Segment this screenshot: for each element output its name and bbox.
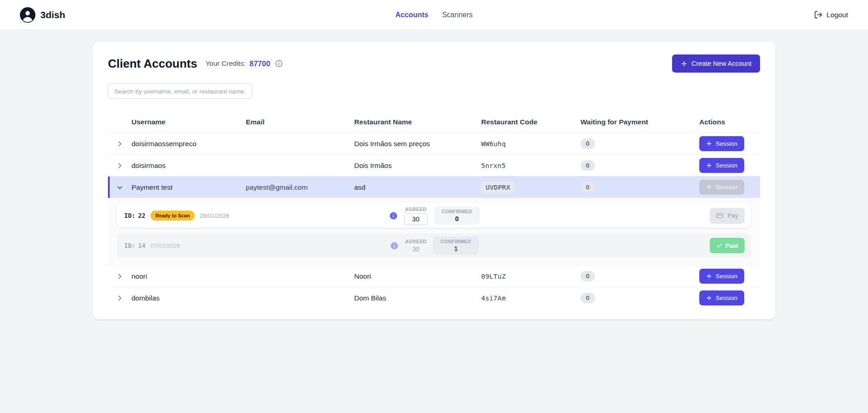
confirmed-block: CONFIRMED 0 — [434, 206, 480, 225]
payment-info: ID: 22 Ready to Scan 28/01/2026 — [124, 211, 389, 221]
chevron-right-icon[interactable] — [114, 138, 125, 149]
credits: Your Credits: 87700 — [205, 59, 283, 68]
plus-icon — [706, 273, 712, 279]
info-icon[interactable] — [390, 241, 399, 250]
waiting-count-badge: 0 — [580, 293, 595, 303]
waiting-count-badge: 0 — [580, 160, 595, 171]
payment-id: ID: 14 — [124, 242, 146, 249]
brand-name: 3dish — [40, 10, 65, 20]
agreed-amount-input[interactable] — [404, 213, 428, 225]
card-header: Client Accounts Your Credits: 87700 Crea… — [108, 54, 760, 73]
session-button[interactable]: Session — [699, 136, 744, 151]
waiting-count-badge: 0 — [580, 138, 595, 149]
session-button-label: Session — [716, 184, 737, 191]
plus-icon — [706, 295, 712, 301]
cell-restaurant-code: 09LTuZ — [481, 273, 506, 280]
plus-icon — [706, 141, 712, 147]
payment-id-value: 14 — [138, 242, 145, 249]
create-new-account-button[interactable]: Create New Account — [672, 54, 760, 73]
waiting-count-badge: 0 — [580, 182, 595, 192]
status-badge-ready: Ready to Scan — [151, 211, 195, 221]
search-input[interactable] — [108, 84, 252, 99]
header-restaurant-code: Restaurant Code — [481, 118, 580, 126]
header-username: Username — [132, 118, 246, 126]
payment-amounts: AGREED CONFIRMED 0 — [389, 206, 480, 225]
pay-button-label: Pay — [727, 212, 738, 219]
payment-date: 28/01/2026 — [200, 212, 229, 219]
waiting-count-badge: 0 — [580, 271, 595, 281]
cell-username: noori — [132, 272, 246, 280]
user-avatar-icon — [20, 7, 35, 23]
chevron-right-icon[interactable] — [114, 271, 125, 282]
session-button[interactable]: Session — [699, 290, 744, 305]
payment-id: ID: 22 — [124, 212, 146, 219]
page-title: Client Accounts — [108, 57, 197, 71]
cell-restaurant-name: asd — [354, 183, 481, 192]
session-button-label: Session — [716, 140, 737, 147]
table-row[interactable]: noori Noori 09LTuZ 0 Session — [108, 265, 760, 287]
paid-status-badge: Paid — [710, 238, 745, 253]
chevron-right-icon[interactable] — [114, 160, 125, 171]
payment-id-label: ID: — [124, 212, 135, 219]
payment-action: Pay — [480, 208, 745, 224]
confirmed-block: CONFIRMED 1 — [433, 236, 479, 255]
header-restaurant-name: Restaurant Name — [354, 118, 481, 126]
session-button[interactable]: Session — [699, 158, 744, 173]
cell-username: Payment test — [132, 183, 246, 192]
cell-restaurant-name: Dois Irmãos sem preços — [354, 140, 481, 148]
session-button-label: Session — [716, 162, 737, 169]
logout-icon — [814, 10, 823, 19]
credits-info-icon[interactable] — [275, 59, 283, 68]
table-row-selected[interactable]: Payment test paytest@gmail.com asd UVDPR… — [108, 176, 760, 198]
table-header-row: Username Email Restaurant Name Restauran… — [108, 112, 760, 133]
credit-card-icon — [716, 212, 723, 219]
brand[interactable]: 3dish — [20, 7, 65, 23]
main-content: Client Accounts Your Credits: 87700 Crea… — [0, 30, 868, 347]
cell-restaurant-code: 5nrxn5 — [481, 162, 506, 169]
check-icon — [716, 242, 722, 249]
pay-button[interactable]: Pay — [710, 208, 745, 224]
credits-label: Your Credits: — [205, 59, 246, 68]
confirmed-value: 1 — [454, 245, 458, 252]
header-actions: Actions — [699, 118, 760, 126]
cell-email: paytest@gmail.com — [246, 183, 354, 192]
payment-amounts: AGREED 30 CONFIRMED 1 — [390, 236, 479, 255]
logout-button[interactable]: Logout — [814, 10, 848, 19]
info-icon[interactable] — [389, 211, 398, 220]
nav-tab-accounts[interactable]: Accounts — [395, 11, 429, 19]
nav-tab-scanners[interactable]: Scanners — [442, 11, 473, 19]
top-navbar: 3dish Accounts Scanners Logout — [0, 0, 868, 30]
session-button-label: Session — [716, 295, 737, 301]
agreed-block: AGREED 30 — [405, 239, 426, 253]
payment-row: ID: 22 Ready to Scan 28/01/2026 AGREED — [117, 203, 751, 228]
table-row[interactable]: dombilas Dom Bilas 4si7Am 0 Session — [108, 287, 760, 309]
accounts-table: Username Email Restaurant Name Restauran… — [108, 112, 760, 309]
cell-restaurant-name: Dom Bilas — [354, 294, 481, 302]
plus-icon — [706, 184, 712, 190]
cell-restaurant-name: Noori — [354, 272, 481, 280]
payments-panel: ID: 22 Ready to Scan 28/01/2026 AGREED — [108, 198, 760, 265]
credits-value: 87700 — [249, 59, 270, 68]
primary-nav: Accounts Scanners — [395, 11, 473, 19]
cell-username: doisirmaos — [132, 162, 246, 170]
session-button[interactable]: Session — [699, 269, 744, 284]
table-row[interactable]: doisirmaos Dois Irmãos 5nrxn5 0 Session — [108, 154, 760, 176]
paid-badge-label: Paid — [726, 242, 739, 249]
payment-date: 07/01/2026 — [151, 242, 180, 249]
logout-label: Logout — [827, 11, 848, 19]
chevron-right-icon[interactable] — [114, 293, 125, 304]
chevron-down-icon[interactable] — [114, 182, 125, 193]
header-waiting: Waiting for Payment — [580, 118, 699, 126]
table-row[interactable]: doisirmaossempreco Dois Irmãos sem preço… — [108, 133, 760, 154]
payment-action: Paid — [479, 238, 745, 253]
agreed-label: AGREED — [405, 206, 426, 212]
confirmed-label: CONFIRMED — [442, 209, 472, 214]
payment-id-label: ID: — [124, 242, 135, 249]
plus-icon — [706, 162, 712, 168]
header-email: Email — [246, 118, 354, 126]
confirmed-value: 0 — [455, 215, 458, 222]
cell-username: doisirmaossempreco — [132, 140, 246, 148]
session-button-disabled[interactable]: Session — [699, 180, 744, 195]
payment-id-value: 22 — [138, 212, 145, 219]
payment-row-paid: ID: 14 07/01/2026 AGREED 30 — [117, 233, 751, 258]
